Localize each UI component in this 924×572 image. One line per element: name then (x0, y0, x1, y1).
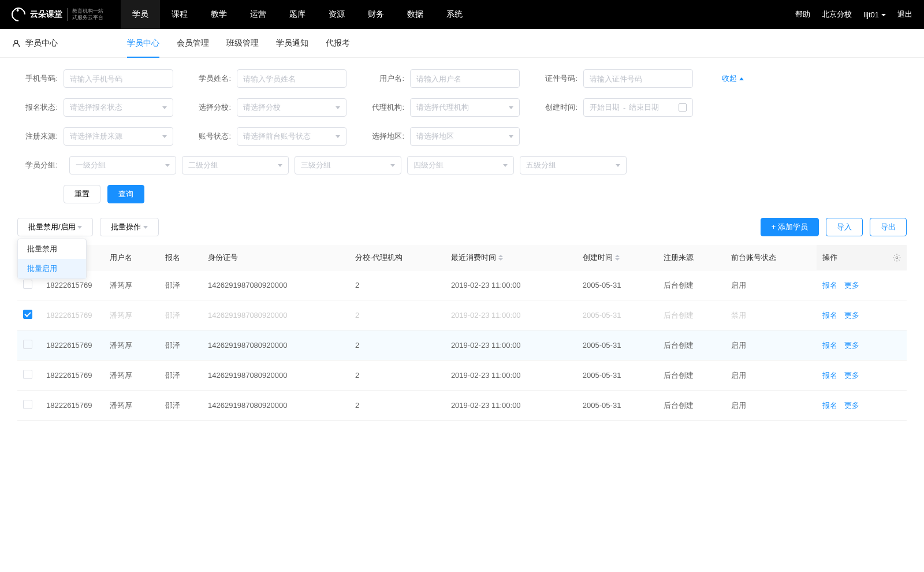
cell-source: 后台创建 (658, 330, 725, 361)
export-button[interactable]: 导出 (870, 218, 907, 236)
filter-input[interactable] (237, 69, 346, 88)
row-checkbox[interactable] (23, 340, 32, 349)
cell-enroll: 邵泽 (159, 391, 203, 421)
group-select[interactable]: 一级分组 (69, 156, 176, 174)
query-button[interactable]: 查询 (107, 185, 144, 203)
group-select[interactable]: 三级分组 (295, 156, 401, 174)
filter-group: 注册来源请选择注册来源 (17, 127, 173, 146)
row-checkbox[interactable] (23, 400, 32, 409)
batch-ops-button[interactable]: 批量操作 (100, 218, 159, 236)
batch-toggle-button[interactable]: 批量禁用/启用 (17, 218, 93, 236)
row-checkbox[interactable] (23, 310, 32, 319)
add-student-button[interactable]: + 添加学员 (761, 218, 819, 236)
filter-input[interactable] (64, 69, 173, 88)
cell-last-consume: 2019-02-23 11:00:00 (445, 361, 577, 391)
group-select[interactable]: 二级分组 (182, 156, 289, 174)
topnav-item[interactable]: 教学 (199, 0, 239, 29)
cell-actions: 报名更多 (817, 330, 907, 361)
subnav-item[interactable]: 学员通知 (276, 29, 308, 58)
subnav-item[interactable]: 代报考 (326, 29, 350, 58)
filter-select[interactable]: 请选择前台账号状态 (237, 127, 346, 146)
cell-actions: 报名更多 (817, 361, 907, 391)
row-checkbox[interactable] (23, 280, 32, 289)
filter-select[interactable]: 请选择地区 (410, 127, 520, 146)
help-link[interactable]: 帮助 (795, 9, 810, 20)
filter-input[interactable] (410, 69, 520, 88)
cell-last-consume: 2019-02-23 11:00:00 (445, 300, 577, 330)
dropdown-item-disable[interactable]: 批量禁用 (18, 239, 86, 259)
cell-username: 潘筠厚 (104, 300, 159, 330)
col-username: 用户名 (104, 245, 159, 270)
filter-label: 用户名 (364, 73, 404, 84)
cell-branch: 2 (349, 300, 445, 330)
svg-point-1 (896, 257, 898, 259)
subnav-item[interactable]: 班级管理 (226, 29, 259, 58)
branch-link[interactable]: 北京分校 (822, 9, 852, 20)
topnav-item[interactable]: 运营 (239, 0, 278, 29)
page-title: 学员中心 (12, 38, 58, 49)
calendar-icon (679, 103, 687, 112)
toolbar: 批量禁用/启用 批量禁用 批量启用 批量操作 + 添加学员 导入 导出 (0, 209, 924, 245)
subnav-items: 学员中心会员管理班级管理学员通知代报考 (127, 29, 350, 58)
action-more[interactable]: 更多 (844, 341, 859, 350)
topnav-item[interactable]: 资源 (317, 0, 356, 29)
subnav-item[interactable]: 会员管理 (177, 29, 209, 58)
action-enroll[interactable]: 报名 (822, 341, 837, 350)
topnav-item[interactable]: 课程 (160, 0, 199, 29)
subnav-item[interactable]: 学员中心 (127, 29, 159, 58)
action-enroll[interactable]: 报名 (822, 311, 837, 320)
topnav-item[interactable]: 学员 (121, 0, 160, 29)
cell-status: 禁用 (725, 300, 817, 330)
sort-icon (498, 255, 503, 261)
cell-username: 潘筠厚 (104, 361, 159, 391)
topnav-item[interactable]: 系统 (435, 0, 474, 29)
dropdown-item-enable[interactable]: 批量启用 (18, 259, 86, 278)
filter-actions: 重置 查询 (64, 185, 907, 203)
col-created[interactable]: 创建时间 (577, 245, 658, 270)
cell-status: 启用 (725, 361, 817, 391)
col-last-consume[interactable]: 最近消费时间 (445, 245, 577, 270)
reset-button[interactable]: 重置 (64, 185, 100, 203)
filter-group: 选择地区请选择地区 (364, 127, 520, 146)
action-more[interactable]: 更多 (844, 311, 859, 320)
user-menu[interactable]: lijt01 (863, 10, 886, 19)
chevron-down-icon (616, 164, 620, 167)
action-enroll[interactable]: 报名 (822, 401, 837, 410)
filter-select[interactable]: 请选择代理机构 (410, 98, 520, 117)
action-more[interactable]: 更多 (844, 401, 859, 410)
action-more[interactable]: 更多 (844, 371, 859, 380)
action-more[interactable]: 更多 (844, 281, 859, 289)
group-select[interactable]: 五级分组 (520, 156, 627, 174)
cell-status: 启用 (725, 270, 817, 300)
chevron-up-icon (739, 77, 744, 80)
action-enroll[interactable]: 报名 (822, 281, 837, 289)
filter-group: 用户名 (364, 69, 520, 88)
filter-label: 证件号码 (537, 73, 578, 84)
filter-label: 注册来源 (17, 131, 58, 142)
row-checkbox[interactable] (23, 370, 32, 379)
filter-input[interactable] (583, 69, 693, 88)
import-button[interactable]: 导入 (826, 218, 863, 236)
cell-idno: 1426291987080920000 (202, 391, 349, 421)
topnav-item[interactable]: 财务 (356, 0, 396, 29)
logo: 云朵课堂 教育机构一站式服务云平台 (12, 8, 103, 21)
topnav-item[interactable]: 题库 (278, 0, 317, 29)
cloud-logo-icon (9, 5, 28, 24)
filter-label: 选择地区 (364, 131, 404, 142)
logo-subtitle: 教育机构一站式服务云平台 (67, 8, 103, 21)
filter-select[interactable]: 请选择注册来源 (64, 127, 173, 146)
group-select[interactable]: 四级分组 (407, 156, 514, 174)
topnav-item[interactable]: 数据 (396, 0, 435, 29)
gear-icon[interactable] (893, 254, 901, 262)
cell-enroll: 邵泽 (159, 300, 203, 330)
logout-link[interactable]: 退出 (897, 9, 912, 20)
filter-label: 代理机构 (364, 102, 404, 113)
filter-select[interactable]: 请选择分校 (237, 98, 346, 117)
action-enroll[interactable]: 报名 (822, 371, 837, 380)
cell-last-consume: 2019-02-23 11:00:00 (445, 330, 577, 361)
collapse-link[interactable]: 收起 (722, 73, 744, 84)
date-range-picker[interactable]: 开始日期-结束日期 (583, 98, 693, 117)
filter-select[interactable]: 请选择报名状态 (64, 98, 173, 117)
cell-enroll: 邵泽 (159, 270, 203, 300)
batch-toggle-dropdown: 批量禁用 批量启用 (17, 239, 87, 279)
